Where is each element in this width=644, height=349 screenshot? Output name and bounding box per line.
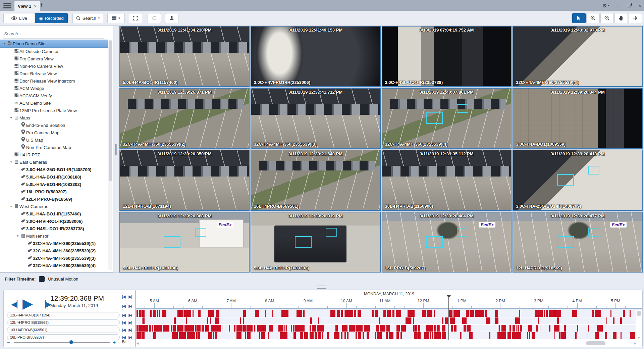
layout-button[interactable]: ▾ bbox=[107, 13, 125, 23]
tree-item[interactable]: Pro Camera Map bbox=[0, 129, 108, 136]
camera-tile[interactable]: 3/11/2019 12:39:21.640 PM16LH4PRO-B(6695… bbox=[251, 150, 381, 211]
tree-item[interactable]: 12MP Pro License Plate View bbox=[0, 107, 108, 114]
timeline-activity-lane[interactable] bbox=[136, 332, 636, 339]
camera-tile[interactable]: 3/11/2019 12:39:20.319 PM5.0L-H4A-BO1-IR… bbox=[251, 212, 381, 273]
live-button[interactable]: Live bbox=[3, 13, 35, 23]
camera-tile[interactable]: FedEx3/11/2019 12:39:20.404 PM16L-PRO-B(… bbox=[382, 212, 512, 273]
tree-item[interactable]: Non-Pro Camera View bbox=[0, 62, 108, 70]
zoom-out-tool[interactable] bbox=[600, 13, 614, 23]
search-input[interactable] bbox=[3, 29, 104, 39]
tree-item[interactable]: ▾Plano Demo Site bbox=[0, 40, 108, 48]
tree-item[interactable]: Door Release View bbox=[0, 70, 108, 77]
fullscreen-button[interactable] bbox=[129, 13, 142, 23]
tree-item[interactable]: ▾Maps bbox=[0, 114, 108, 121]
tab-close-icon[interactable]: × bbox=[34, 4, 37, 9]
tree-item[interactable]: 32C-H4A-4MH-360(2355539)(2) bbox=[0, 247, 108, 254]
search-button[interactable]: Search ▾ bbox=[72, 13, 103, 23]
next-event-button[interactable]: ▶| bbox=[128, 313, 132, 317]
tree-item[interactable]: ▾East Cameras bbox=[0, 158, 108, 166]
timeline-vertical-scrollbar[interactable]: ▼ bbox=[636, 310, 642, 340]
timeline-activity-lane[interactable] bbox=[136, 325, 636, 332]
next-event-button[interactable]: ▶| bbox=[128, 320, 132, 325]
recorded-button[interactable]: ◉ Recorded bbox=[35, 13, 68, 23]
previous-bookmark-button[interactable]: |◀ bbox=[122, 304, 125, 308]
next-bookmark-button[interactable]: ▶| bbox=[128, 304, 132, 308]
scroll-down-icon[interactable]: ▼ bbox=[637, 336, 640, 340]
timeline-zoom-out-button[interactable]: − bbox=[7, 339, 10, 345]
play-button[interactable]: ▶ bbox=[22, 297, 33, 310]
tree-item[interactable]: End-to-End Solution bbox=[0, 121, 108, 129]
camera-tile[interactable]: FedEx3/11/2019 12:39:28.477 PM12L-H4PRO-… bbox=[513, 212, 643, 273]
camera-tile[interactable]: 3/13/2019 07:04:19.752 AM3.0C-H4SL-DO1-I… bbox=[382, 26, 512, 87]
tree-item[interactable]: 32C-H4A-4MH-360(2355539)(1) bbox=[0, 240, 108, 247]
tree-item[interactable]: 3.0C-H4A-25G-BO1-IR(1408709) bbox=[0, 166, 108, 173]
tree-item[interactable]: H4 IR PTZ bbox=[0, 151, 108, 158]
tree-item[interactable]: Pro Camera View bbox=[0, 55, 108, 62]
camera-tile[interactable]: 3/11/2019 12:40:07.861 PM32C-H4A-4MH-360… bbox=[382, 88, 512, 149]
tree-item[interactable]: Non-Pro Cameras Map bbox=[0, 144, 108, 151]
cycle-button[interactable] bbox=[148, 13, 161, 23]
timeline-activity-lane[interactable] bbox=[136, 317, 636, 324]
zoom-in-tool[interactable] bbox=[586, 13, 600, 23]
scroll-right-icon[interactable]: ▶ bbox=[634, 342, 636, 345]
hamburger-menu-icon[interactable] bbox=[3, 2, 11, 8]
previous-event-button[interactable]: |◀ bbox=[122, 295, 125, 299]
camera-tile[interactable]: 3/11/2019 12:39:20.350 PM12L-H4PRO-B(167… bbox=[119, 150, 250, 211]
minimize-button[interactable]: – bbox=[617, 3, 620, 8]
tree-item[interactable]: 5.0L-H4A-BO1-IR(1038188) bbox=[0, 173, 108, 181]
panel-splitter[interactable] bbox=[113, 26, 119, 272]
loop-playback-button[interactable]: ↻ bbox=[121, 339, 126, 345]
tree-item[interactable]: 5.0L-H4A-BO1-IR(1157460) bbox=[0, 210, 108, 217]
tree-item[interactable]: 3.0C-H4VI-RO1-IR(2353006) bbox=[0, 217, 108, 225]
add-tab-button[interactable]: + bbox=[40, 1, 44, 9]
select-tool[interactable] bbox=[572, 13, 586, 23]
pan-tool[interactable] bbox=[614, 13, 628, 23]
camera-tile[interactable]: 3/11/2019 12:39:35.112 PM30L-H4PRO-B(116… bbox=[382, 150, 512, 211]
zoom-slider-track[interactable] bbox=[14, 342, 110, 343]
restore-button[interactable] bbox=[627, 3, 631, 8]
tree-item[interactable]: ACC/ACM-Verify bbox=[0, 92, 108, 99]
next-event-button[interactable]: ▶| bbox=[128, 328, 132, 332]
previous-event-button[interactable]: |◀ bbox=[122, 328, 125, 332]
sidebar-scrollbar[interactable] bbox=[108, 40, 112, 270]
tree-item[interactable]: 32C-H4A-4MH-360(2355539)(3) bbox=[0, 254, 108, 262]
camera-tile[interactable]: 3/11/2019 12:39:20.344 PM3.0C-H4A-DO1(10… bbox=[513, 88, 643, 149]
tab-view-1[interactable]: View 1 × bbox=[14, 1, 40, 11]
tree-item[interactable]: U.S Map bbox=[0, 136, 108, 144]
scroll-left-icon[interactable]: ◀ bbox=[137, 342, 139, 345]
scrollbar-thumb[interactable] bbox=[109, 40, 112, 181]
add-user-button[interactable] bbox=[165, 13, 178, 23]
previous-event-button[interactable]: |◀ bbox=[122, 320, 125, 325]
tree-item[interactable]: ▾West Cameras bbox=[0, 203, 108, 210]
camera-tile[interactable]: 3/11/2019 12:41:34.230 PM5.0L-H4A-BO1-IR… bbox=[119, 26, 250, 87]
timeline-ruler[interactable]: 5 AM6 AM7 AM8 AM9 AM10 AM11 AM12 PM1 PM2… bbox=[136, 298, 642, 309]
zoom-slider-thumb[interactable] bbox=[69, 340, 73, 344]
timeline-zoom-in-button[interactable]: + bbox=[113, 339, 116, 345]
settings-menu-button[interactable]: ⚙ ▾ bbox=[602, 3, 609, 8]
camera-tile[interactable]: 3/11/2019 12:43:32.973 PM32C-H4A-4MH-360… bbox=[513, 26, 643, 87]
camera-tile[interactable]: 3/11/2019 12:39:20.413 PM3.0C-H4A-25G-BO… bbox=[513, 150, 643, 211]
timeline-camera-pill[interactable]: 12L-H4PRO-B(918569) bbox=[7, 319, 120, 326]
expand-arrow-icon[interactable]: ▾ bbox=[9, 116, 13, 119]
camera-tile[interactable]: 3/11/2019 12:41:49.153 PM3.0C-H4VI-RO1-I… bbox=[251, 26, 381, 87]
timeline-camera-pill[interactable]: 12L-H4PRO-B(1671194) bbox=[7, 312, 120, 318]
tree-item[interactable]: 32C-H4A-4MH-360(2355539)(4) bbox=[0, 262, 108, 269]
tree-item[interactable]: 3.0C-H4A-DO1(1069559) bbox=[0, 269, 108, 271]
unusual-motion-checkbox[interactable] bbox=[39, 276, 45, 282]
tree-item[interactable]: ▾Multisensor bbox=[0, 232, 108, 240]
next-event-button[interactable]: ▶| bbox=[128, 295, 132, 299]
camera-tile[interactable]: 3/11/2019 12:37:41.712 PM32C-H4A-4MH-360… bbox=[251, 88, 381, 149]
tree-item[interactable]: 3.0C-H4SL-DO1-IR(2353738) bbox=[0, 225, 108, 232]
playhead-marker[interactable] bbox=[448, 297, 449, 340]
tree-item[interactable]: Door Release View Intercom bbox=[0, 77, 108, 85]
move-tool[interactable] bbox=[629, 13, 642, 23]
tree-item[interactable]: All Outside Cameras bbox=[0, 48, 108, 55]
close-button[interactable]: × bbox=[638, 3, 641, 8]
previous-event-button[interactable]: |◀ bbox=[122, 313, 125, 317]
expand-arrow-icon[interactable]: ▾ bbox=[15, 234, 20, 238]
tree-item[interactable]: ACM Wedge bbox=[0, 85, 108, 92]
timeline-camera-pill[interactable]: 16LH4PRO-B(669561) bbox=[7, 327, 120, 333]
expand-arrow-icon[interactable]: ▾ bbox=[9, 205, 13, 208]
step-backward-button[interactable]: ◀▏ bbox=[11, 301, 22, 308]
scrollbar-thumb[interactable] bbox=[586, 341, 605, 345]
